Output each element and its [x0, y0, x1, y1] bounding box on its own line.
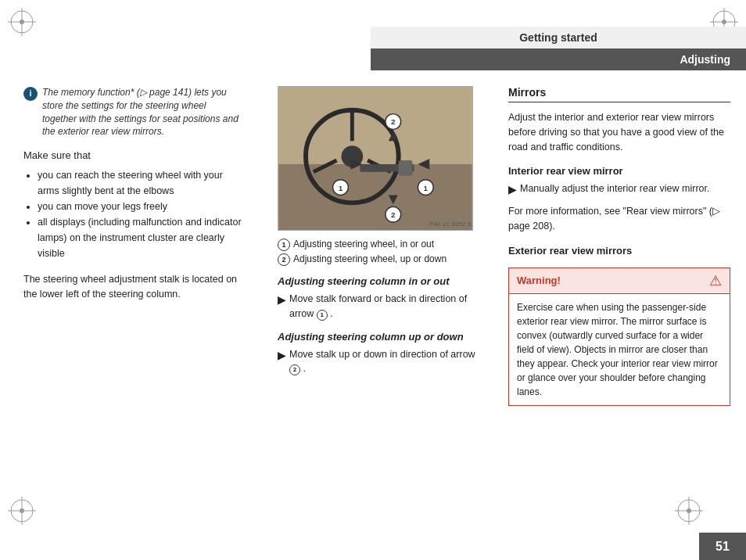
section2-num-badge: 2	[289, 364, 300, 375]
svg-rect-24	[399, 160, 413, 176]
info-text: The memory function* (▷ page 141) lets y…	[42, 86, 242, 138]
steering-diagram-svg: 1 1 2 2 P46 1C 9292 31	[278, 87, 472, 230]
section2-heading: Adjusting steering column up or down	[278, 331, 481, 343]
bullet-item: you can move your legs freely	[38, 199, 242, 214]
section1-instruction: ▶ Move stalk forward or back in directio…	[278, 292, 481, 321]
section2-instruction: ▶ Move stalk up or down in direction of …	[278, 347, 481, 377]
middle-column: 1 1 2 2 P46 1C 9292 31 1 Adjusting steer…	[266, 78, 493, 529]
interior-mirror-info: For more information, see "Rear view mir…	[508, 204, 730, 234]
arrow-icon-3: ▶	[508, 181, 517, 198]
interior-mirror-instruction: ▶ Manually adjust the interior rear view…	[508, 181, 730, 198]
section2-text: Move stalk up or down in direction of ar…	[289, 347, 481, 377]
steering-diagram-container: 1 1 2 2 P46 1C 9292 31	[278, 86, 473, 231]
mirrors-title: Mirrors	[508, 86, 730, 102]
caption-text-2: Adjusting steering wheel, up or down	[293, 253, 447, 264]
bullet-item: all displays (including malfunction and …	[38, 214, 242, 261]
interior-mirror-text: Manually adjust the interior rear view m…	[520, 181, 709, 196]
caption-num-2: 2	[278, 253, 290, 266]
page-number: 51	[699, 533, 746, 560]
header-adjusting: Adjusting	[371, 48, 746, 70]
bullet-item: you can reach the steering wheel with yo…	[38, 167, 242, 199]
svg-text:P46 1C 9292 31: P46 1C 9292 31	[429, 221, 472, 228]
warning-label: Warning!	[517, 275, 561, 286]
caption-row-2: 2 Adjusting steering wheel, up or down	[278, 253, 481, 266]
caption-row-1: 1 Adjusting steering wheel, in or out	[278, 239, 481, 251]
svg-text:2: 2	[391, 210, 396, 219]
left-column: i The memory function* (▷ page 141) lets…	[0, 78, 266, 529]
info-icon: i	[23, 87, 38, 101]
warning-content: Exercise care when using the passenger-s…	[509, 294, 730, 405]
crosshair-top-left	[8, 8, 36, 36]
main-content: i The memory function* (▷ page 141) lets…	[0, 78, 746, 529]
svg-text:1: 1	[339, 184, 343, 192]
bullet-list: you can reach the steering wheel with yo…	[23, 167, 242, 261]
warning-triangle-icon: ⚠	[709, 272, 722, 289]
arrow-icon-2: ▶	[278, 347, 286, 364]
svg-point-3	[20, 20, 24, 24]
mirrors-intro: Adjust the interior and exterior rear vi…	[508, 110, 730, 154]
section1-heading: Adjusting steering column in or out	[278, 275, 481, 287]
caption-text-1: Adjusting steering wheel, in or out	[293, 239, 434, 249]
right-column: Mirrors Adjust the interior and exterior…	[493, 78, 746, 529]
arrow-icon-1: ▶	[278, 292, 286, 308]
exterior-mirror-heading: Exterior rear view mirrors	[508, 245, 730, 257]
warning-header: Warning! ⚠	[509, 268, 730, 294]
svg-text:1: 1	[424, 184, 429, 192]
section1-text: Move stalk forward or back in direction …	[289, 292, 481, 321]
interior-mirror-heading: Interior rear view mirror	[508, 165, 730, 177]
section1-num-badge: 1	[317, 310, 328, 321]
getting-started-label: Getting started	[519, 31, 597, 44]
make-sure-label: Make sure that	[23, 149, 242, 161]
adjusting-label: Adjusting	[680, 53, 730, 66]
header-getting-started: Getting started	[371, 27, 746, 48]
svg-text:2: 2	[391, 117, 396, 126]
info-box: i The memory function* (▷ page 141) lets…	[23, 86, 242, 138]
warning-box: Warning! ⚠ Exercise care when using the …	[508, 267, 730, 406]
stalk-text: The steering wheel adjustment stalk is l…	[23, 272, 242, 302]
caption-num-1: 1	[278, 239, 290, 251]
header: Getting started Adjusting	[371, 0, 746, 70]
